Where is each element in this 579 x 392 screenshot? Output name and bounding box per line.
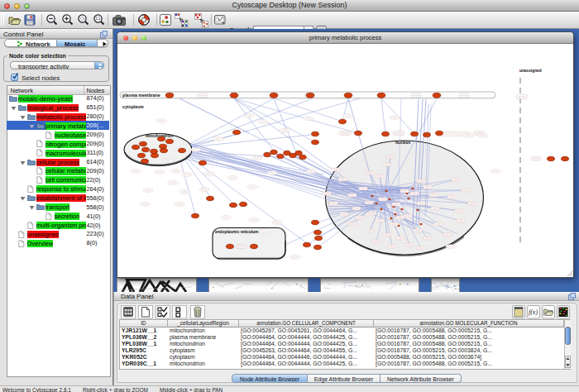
svg-text:nucleus: nucleus xyxy=(395,141,410,145)
svg-text:1:1: 1:1 xyxy=(95,17,101,21)
svg-text:plasma membrane: plasma membrane xyxy=(122,93,160,98)
svg-text:unassigned: unassigned xyxy=(519,69,542,73)
svg-text:f(x): f(x) xyxy=(529,308,538,316)
svg-text:cytoplasm: cytoplasm xyxy=(122,104,144,109)
svg-text:endoplasmic reticulum: endoplasmic reticulum xyxy=(215,230,258,234)
